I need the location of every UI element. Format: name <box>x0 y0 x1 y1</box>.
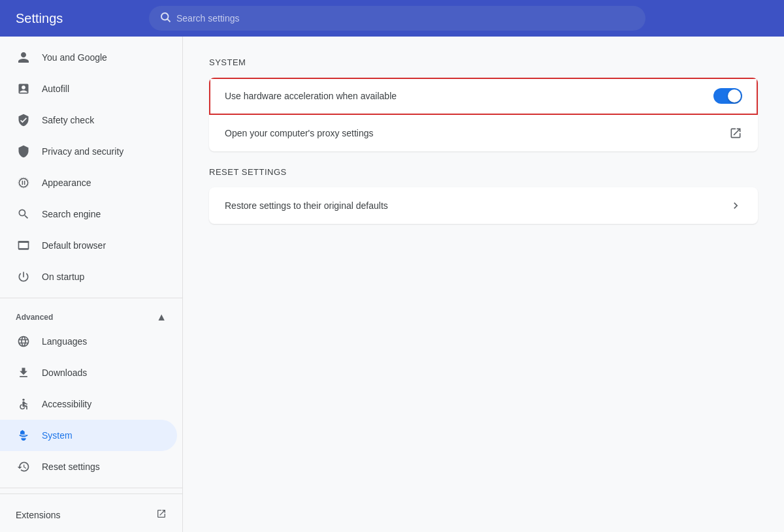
svg-point-0 <box>161 13 169 20</box>
system-section-title: System <box>209 57 758 67</box>
svg-rect-4 <box>19 243 27 248</box>
sidebar-item-safety-check[interactable]: Safety check <box>0 104 177 136</box>
proxy-settings-row[interactable]: Open your computer's proxy settings <box>209 115 758 151</box>
accessibility-icon <box>16 396 31 412</box>
sidebar-item-label: Reset settings <box>42 462 100 472</box>
main-content: System Use hardware acceleration when av… <box>183 37 784 532</box>
sidebar-item-default-browser[interactable]: Default browser <box>0 230 177 261</box>
sidebar-item-you-and-google[interactable]: You and Google <box>0 42 177 73</box>
extensions-label: Extensions <box>16 510 60 520</box>
sidebar-item-label: On startup <box>42 272 84 282</box>
main-layout: You and Google Autofill Safety check Pri… <box>0 37 784 532</box>
search-icon <box>159 11 171 25</box>
sidebar-item-label: Default browser <box>42 240 106 251</box>
sidebar-item-appearance[interactable]: Appearance <box>0 167 177 198</box>
reset-section-title: Reset settings <box>209 167 758 177</box>
privacy-security-icon <box>16 144 31 159</box>
default-browser-icon <box>16 238 31 253</box>
restore-defaults-label: Restore settings to their original defau… <box>225 200 729 211</box>
sidebar-item-downloads[interactable]: Downloads <box>0 357 177 388</box>
hardware-acceleration-row: Use hardware acceleration when available <box>209 78 758 115</box>
appearance-icon <box>16 175 31 191</box>
sidebar-item-system[interactable]: System <box>0 420 177 451</box>
external-link-icon <box>156 509 167 522</box>
svg-rect-5 <box>18 241 29 243</box>
sidebar-item-label: System <box>42 430 73 441</box>
sidebar-item-extensions[interactable]: Extensions <box>16 502 167 528</box>
sidebar-item-reset-settings[interactable]: Reset settings <box>0 451 177 482</box>
advanced-collapse-icon: ▲ <box>156 311 167 323</box>
sidebar-item-autofill[interactable]: Autofill <box>0 73 177 104</box>
sidebar-item-languages[interactable]: Languages <box>0 326 177 357</box>
on-startup-icon <box>16 269 31 285</box>
sidebar-bottom: Extensions About Chrome <box>0 493 182 532</box>
sidebar-item-search-engine[interactable]: Search engine <box>0 198 177 230</box>
languages-icon <box>16 334 31 349</box>
sidebar-item-label: You and Google <box>42 52 107 63</box>
proxy-external-link[interactable] <box>729 127 742 140</box>
sidebar-item-about-chrome[interactable]: About Chrome <box>16 528 167 532</box>
advanced-section-header[interactable]: Advanced ▲ <box>0 304 182 326</box>
sidebar-item-label: Autofill <box>42 84 69 94</box>
svg-line-1 <box>167 19 170 22</box>
reset-settings-icon <box>16 459 31 475</box>
reset-card: Restore settings to their original defau… <box>209 187 758 224</box>
autofill-icon <box>16 81 31 97</box>
sidebar-item-label: Safety check <box>42 115 94 125</box>
restore-arrow <box>729 199 742 212</box>
safety-check-icon <box>16 112 31 128</box>
sidebar-item-label: Languages <box>42 336 87 347</box>
sidebar-item-privacy-security[interactable]: Privacy and security <box>0 136 177 167</box>
sidebar-item-label: Accessibility <box>42 399 91 409</box>
sidebar-divider-2 <box>0 488 182 488</box>
hardware-acceleration-label: Use hardware acceleration when available <box>225 91 713 101</box>
search-engine-icon <box>16 206 31 222</box>
sidebar-item-label: Privacy and security <box>42 146 123 157</box>
sidebar-item-accessibility[interactable]: Accessibility <box>0 388 177 420</box>
system-icon <box>16 428 31 443</box>
toggle-thumb <box>728 89 741 102</box>
search-input[interactable] <box>176 13 635 23</box>
sidebar-item-label: Downloads <box>42 368 87 378</box>
downloads-icon <box>16 365 31 381</box>
sidebar-item-label: Search engine <box>42 209 101 219</box>
advanced-label: Advanced <box>16 313 53 322</box>
sidebar-item-on-startup[interactable]: On startup <box>0 261 177 292</box>
svg-point-6 <box>22 399 24 401</box>
sidebar: You and Google Autofill Safety check Pri… <box>0 37 183 532</box>
header: Settings <box>0 0 784 37</box>
sidebar-item-label: Appearance <box>42 178 91 188</box>
proxy-settings-label: Open your computer's proxy settings <box>225 128 729 138</box>
system-card: Use hardware acceleration when available… <box>209 78 758 151</box>
person-icon <box>16 50 31 65</box>
app-title: Settings <box>16 11 133 26</box>
restore-defaults-row[interactable]: Restore settings to their original defau… <box>209 187 758 224</box>
search-bar[interactable] <box>149 6 645 31</box>
hardware-acceleration-toggle[interactable] <box>713 88 742 104</box>
sidebar-divider <box>0 298 182 298</box>
